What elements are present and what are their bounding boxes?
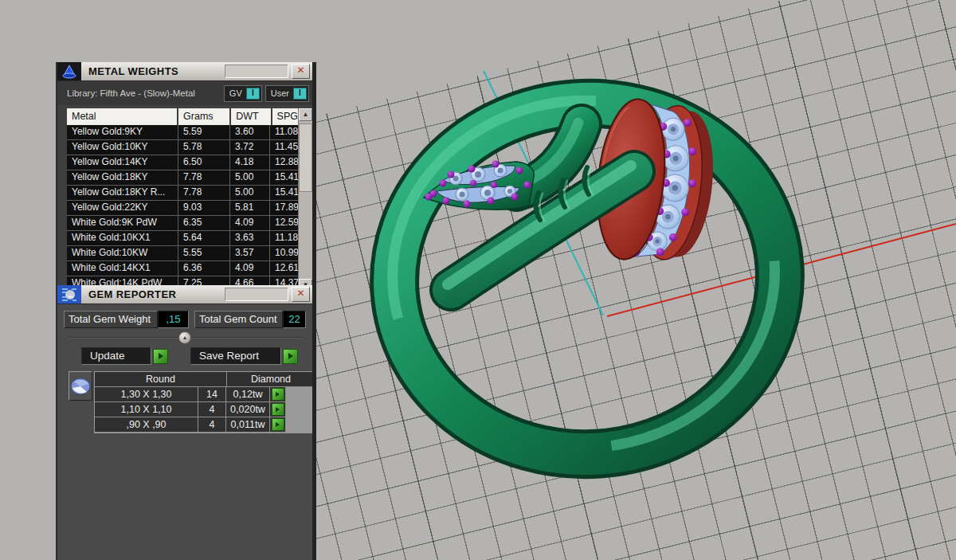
cell-spg: 12.59 (270, 216, 298, 230)
col-header-metal[interactable]: Metal (67, 108, 177, 125)
library-label: Library: Fifth Ave - (Slow)-Metal (67, 88, 221, 98)
table-row[interactable]: Yellow Gold:9KY5.593.6011.08 (67, 125, 298, 140)
cell-metal: White Gold:14KX1 (67, 261, 178, 276)
cell-spg: 11.45 (270, 140, 298, 155)
gem-row[interactable]: 1,30 X 1,30140,12tw (95, 387, 312, 402)
table-row[interactable]: White Gold:10KW5.553.5710.99 (67, 246, 298, 261)
gem-row-run-cell (270, 402, 286, 417)
gem-row-run-icon[interactable] (272, 403, 284, 416)
cell-metal: Yellow Gold:9KY (67, 125, 178, 139)
scrollbar-track[interactable] (299, 192, 312, 279)
gem-reporter-titlebar[interactable]: GEM REPORTER ✕ (57, 285, 312, 304)
metal-table-body: Yellow Gold:9KY5.593.6011.08Yellow Gold:… (67, 125, 298, 285)
cell-spg: 15.41 (270, 186, 298, 200)
update-run-icon[interactable] (153, 349, 168, 364)
col-header-spg[interactable]: SPG (272, 108, 298, 125)
cell-grams: 6.35 (178, 216, 230, 230)
gem-row-run-icon[interactable] (272, 388, 284, 401)
cell-grams: 7.78 (178, 186, 230, 200)
table-row[interactable]: White Gold:9K PdW6.354.0912.59 (67, 216, 298, 231)
docked-panel-column: METAL WEIGHTS ✕ Library: Fifth Ave - (Sl… (56, 62, 316, 560)
application-window: METAL WEIGHTS ✕ Library: Fifth Ave - (Sl… (0, 0, 956, 560)
gem-row-run-icon[interactable] (272, 418, 284, 431)
cell-grams: 5.55 (178, 246, 230, 260)
cell-grams: 7.25 (178, 276, 230, 285)
metal-weights-titlebar[interactable]: METAL WEIGHTS ✕ (57, 62, 312, 81)
cell-dwt: 3.57 (230, 246, 270, 260)
cell-metal: White Gold:10KW (67, 246, 178, 260)
cell-metal: White Gold:9K PdW (67, 216, 178, 230)
table-row[interactable]: White Gold:10KX15.643.6311.18 (67, 231, 298, 246)
cell-grams: 5.59 (178, 125, 230, 139)
cell-metal: Yellow Gold:18KY R... (67, 186, 178, 200)
cell-weight: 0,011tw (226, 417, 270, 433)
panel-title: GEM REPORTER (81, 285, 225, 303)
total-gem-weight-label: Total Gem Weight (64, 311, 158, 328)
gem-table-section: Round Diamond 1,30 X 1,30140,12tw1,10 X … (69, 371, 312, 433)
metal-table: Metal Grams DWT SPG Yellow Gold:9KY5.593… (67, 108, 312, 285)
cell-grams: 6.50 (178, 155, 230, 170)
cell-metal: White Gold:14K PdW (67, 276, 178, 285)
table-row[interactable]: White Gold:14KX16.364.0912.61 (67, 261, 298, 276)
metal-weights-icon (57, 62, 81, 80)
table-row[interactable]: Yellow Gold:14KY6.504.1812.88 (67, 155, 298, 170)
cell-grams: 9.03 (178, 201, 230, 215)
panel-divider: ▲ (69, 331, 301, 344)
update-button[interactable]: Update (81, 347, 151, 365)
gv-toggle-state[interactable]: I (246, 88, 260, 100)
user-toggle-state[interactable]: I (293, 88, 307, 100)
table-row[interactable]: Yellow Gold:22KY9.035.8117.89 (67, 201, 298, 216)
close-icon[interactable]: ✕ (292, 64, 310, 79)
scrollbar-up-icon[interactable]: ▲ (299, 108, 312, 121)
cell-grams: 7.78 (178, 170, 230, 185)
gem-type-header[interactable]: Diamond (227, 372, 312, 387)
gem-shape-button[interactable] (69, 371, 92, 401)
cell-weight: 0,12tw (226, 387, 270, 402)
table-row[interactable]: White Gold:14K PdW7.254.6614.37 (67, 276, 298, 285)
scrollbar-thumb[interactable] (299, 123, 312, 192)
gem-row-run-cell (270, 387, 286, 402)
cell-size: 1,10 X 1,10 (95, 402, 198, 417)
cell-size: ,90 X ,90 (95, 417, 198, 433)
cell-dwt: 4.66 (230, 276, 270, 285)
cell-metal: White Gold:10KX1 (67, 231, 178, 245)
cell-dwt: 4.18 (230, 155, 270, 170)
gem-shape-header[interactable]: Round (95, 372, 227, 387)
total-gem-count-value: 22 (283, 311, 306, 328)
panel-title: METAL WEIGHTS (81, 62, 225, 80)
table-row[interactable]: Yellow Gold:10KY5.783.7211.45 (67, 140, 298, 155)
col-header-grams[interactable]: Grams (178, 108, 229, 125)
library-row: Library: Fifth Ave - (Slow)-Metal GV I U… (57, 81, 312, 105)
cell-metal: Yellow Gold:18KY (67, 170, 178, 185)
table-row[interactable]: Yellow Gold:18KY R...7.785.0015.41 (67, 186, 298, 201)
gem-totals-row: Total Gem Weight ,15 Total Gem Count 22 (64, 311, 306, 328)
total-gem-count-label: Total Gem Count (194, 311, 283, 328)
cell-spg: 10.99 (270, 246, 298, 260)
cell-dwt: 4.09 (230, 216, 270, 230)
cell-dwt: 3.60 (230, 125, 270, 139)
gem-reporter-icon (57, 285, 81, 303)
collapse-handle-icon[interactable]: ▲ (178, 331, 191, 344)
cell-dwt: 4.09 (230, 261, 270, 276)
save-report-run-icon[interactable] (283, 349, 298, 364)
metal-table-scrollbar[interactable]: ▲ ▼ (298, 108, 312, 285)
gem-row[interactable]: 1,10 X 1,1040,020tw (95, 402, 312, 417)
cell-count: 14 (198, 387, 226, 402)
gv-toggle[interactable]: GV I (224, 85, 262, 102)
titlebar-field (225, 288, 288, 301)
metal-table-header: Metal Grams DWT SPG (67, 108, 298, 125)
user-toggle[interactable]: User I (265, 85, 309, 102)
save-report-button[interactable]: Save Report (190, 347, 281, 365)
table-row[interactable]: Yellow Gold:18KY7.785.0015.41 (67, 170, 298, 186)
scrollbar-down-icon[interactable]: ▼ (299, 279, 312, 285)
cell-dwt: 3.72 (230, 140, 270, 155)
panel-empty-area (57, 433, 312, 560)
close-icon[interactable]: ✕ (292, 287, 310, 302)
cell-dwt: 5.00 (230, 170, 270, 185)
cell-dwt: 5.81 (230, 201, 270, 215)
col-header-dwt[interactable]: DWT (231, 108, 270, 125)
gem-table-body: 1,30 X 1,30140,12tw1,10 X 1,1040,020tw,9… (95, 387, 312, 433)
gem-row[interactable]: ,90 X ,9040,011tw (95, 417, 312, 433)
gem-table: Round Diamond 1,30 X 1,30140,12tw1,10 X … (94, 371, 312, 433)
cell-size: 1,30 X 1,30 (95, 387, 198, 402)
